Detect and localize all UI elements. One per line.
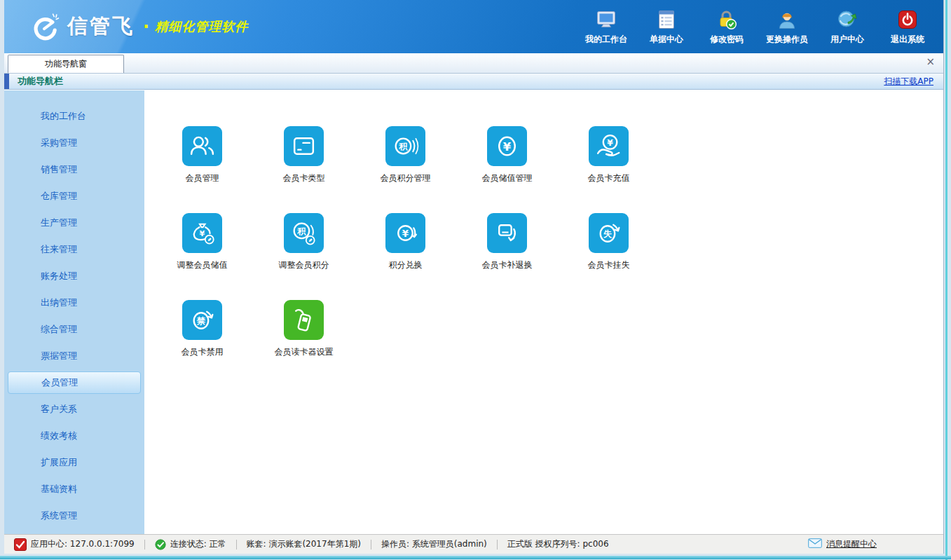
message-center-link[interactable]: 消息提醒中心 [808, 538, 943, 550]
member-stored-value-icon: ¥ [487, 126, 527, 166]
member-card-type-icon [284, 126, 324, 166]
toolbar-button[interactable]: 我的工作台 [580, 9, 632, 46]
sidebar-item[interactable]: 绩效考核 [4, 423, 144, 449]
sidebar-item[interactable]: 系统管理 [4, 503, 144, 529]
function-tile[interactable]: 禁会员卡禁用 [182, 300, 222, 358]
workbench-monitor-icon [596, 9, 617, 30]
toolbar-button[interactable]: 用户中心 [821, 9, 873, 46]
card-disable-icon: 禁 [182, 300, 222, 340]
navigation-title-bar: 功能导航栏 扫描下载APP [4, 74, 943, 90]
function-tile[interactable]: ¥积分兑换 [385, 213, 425, 271]
function-tile[interactable]: 会员管理 [182, 126, 222, 184]
status-license: 正式版 授权序列号: pc006 [498, 538, 619, 550]
sidebar-item[interactable]: 账务处理 [4, 263, 144, 289]
documents-icon [656, 9, 677, 30]
brand-separator: · [143, 17, 149, 36]
status-operator: 操作员: 系统管理员(admin) [371, 538, 497, 550]
tab-function-navigation[interactable]: 功能导航窗 [8, 55, 124, 73]
status-account: 账套: 演示账套(2017年第1期) [237, 538, 371, 550]
application-window: 信管飞 · 精细化管理软件 我的工作台单据中心修改密码更换操作员用户中心退出系统… [0, 0, 951, 560]
status-app-center: 应用中心: 127.0.0.1:7099 [4, 538, 144, 551]
svg-text:禁: 禁 [196, 316, 206, 326]
change-operator-icon [776, 9, 798, 30]
tab-strip: 功能导航窗 × [4, 53, 943, 74]
function-tile-label: 会员卡类型 [283, 172, 325, 184]
function-tile[interactable]: 会员读卡器设置 [284, 300, 324, 358]
card-reader-settings-icon [284, 300, 324, 340]
toolbar-button[interactable]: 修改密码 [701, 9, 753, 46]
sidebar-item[interactable]: 客户关系 [4, 396, 144, 423]
title-accent-bar [4, 74, 9, 89]
function-tile-label: 会员卡禁用 [182, 346, 224, 358]
sidebar-item[interactable]: 基础资料 [4, 476, 144, 503]
exit-power-icon [897, 9, 918, 30]
function-tile[interactable]: ¥会员储值管理 [487, 126, 527, 184]
toolbar-button[interactable]: 更换操作员 [761, 9, 813, 46]
status-connection: 连接状态: 正常 [145, 538, 236, 550]
content-area: 会员管理会员卡类型积会员积分管理¥会员储值管理¥会员卡充值¥调整会员储值积调整会… [144, 90, 943, 534]
status-connection-text: 连接状态: 正常 [170, 538, 226, 550]
toolbar-button-label: 用户中心 [830, 34, 864, 46]
function-tile[interactable]: 积会员积分管理 [385, 126, 425, 184]
function-tile[interactable]: ¥调整会员储值 [182, 213, 222, 271]
toolbar-button[interactable]: 退出系统 [882, 9, 933, 46]
function-tile[interactable]: 会员卡补退换 [487, 213, 527, 271]
status-license-text: 正式版 授权序列号: pc006 [507, 538, 609, 550]
function-tile[interactable]: 会员卡类型 [284, 126, 324, 184]
svg-text:¥: ¥ [503, 140, 512, 153]
function-tile-label: 会员管理 [186, 172, 219, 184]
sidebar-item[interactable]: 生产管理 [4, 210, 144, 236]
adjust-stored-value-icon: ¥ [182, 213, 222, 253]
status-bar: 应用中心: 127.0.0.1:7099 连接状态: 正常 账套: 演示账套(2… [4, 534, 943, 554]
sidebar-item[interactable]: 票据管理 [4, 343, 144, 369]
connection-ok-icon [155, 539, 166, 550]
status-operator-text: 操作员: 系统管理员(admin) [381, 538, 487, 550]
svg-text:积: 积 [296, 226, 306, 236]
function-grid: 会员管理会员卡类型积会员积分管理¥会员储值管理¥会员卡充值¥调整会员储值积调整会… [182, 126, 943, 358]
toolbar-button[interactable]: 单据中心 [641, 9, 692, 46]
sidebar-item[interactable]: 销售管理 [4, 156, 144, 183]
password-lock-icon [716, 9, 737, 30]
app-header: 信管飞 · 精细化管理软件 我的工作台单据中心修改密码更换操作员用户中心退出系统 [4, 0, 943, 53]
close-icon[interactable]: × [926, 57, 935, 67]
card-replace-icon [487, 213, 527, 253]
window-edge-bottom [0, 556, 951, 559]
sidebar-item[interactable]: 我的工作台 [4, 103, 144, 130]
sidebar-item[interactable]: 出纳管理 [4, 289, 144, 316]
message-center-label: 消息提醒中心 [826, 538, 877, 550]
svg-text:失: 失 [603, 229, 613, 239]
section-title: 功能导航栏 [18, 75, 63, 88]
download-app-link[interactable]: 扫描下载APP [884, 76, 933, 88]
header-toolbar: 我的工作台单据中心修改密码更换操作员用户中心退出系统 [580, 9, 933, 46]
adjust-points-icon: 积 [284, 213, 324, 253]
toolbar-button-label: 我的工作台 [585, 34, 627, 46]
toolbar-button-label: 单据中心 [650, 34, 683, 46]
sidebar-item[interactable]: 扩展应用 [4, 449, 144, 476]
function-tile-label: 会员卡补退换 [482, 259, 533, 271]
function-tile-label: 调整会员积分 [279, 259, 329, 271]
main-window: 信管飞 · 精细化管理软件 我的工作台单据中心修改密码更换操作员用户中心退出系统… [4, 0, 944, 554]
sidebar-item[interactable]: 往来管理 [4, 236, 144, 263]
svg-text:¥: ¥ [200, 229, 205, 238]
function-tile[interactable]: 失会员卡挂失 [589, 213, 629, 271]
card-loss-icon: 失 [589, 213, 629, 253]
toolbar-button-label: 修改密码 [710, 34, 744, 46]
function-tile[interactable]: ¥会员卡充值 [589, 126, 629, 184]
function-tile[interactable]: 积调整会员积分 [284, 213, 324, 271]
function-tile-label: 调整会员储值 [177, 259, 228, 271]
member-card-recharge-icon: ¥ [589, 126, 629, 166]
mail-icon [808, 538, 822, 550]
member-points-icon: 积 [385, 126, 425, 166]
window-edge-right [945, 0, 947, 560]
toolbar-button-label: 退出系统 [891, 34, 924, 46]
function-tile-label: 会员积分管理 [381, 172, 431, 184]
user-center-globe-icon [837, 9, 858, 30]
app-center-logo-icon [14, 538, 27, 551]
brand-area: 信管飞 · 精细化管理软件 [28, 11, 248, 42]
sidebar-item[interactable]: 会员管理 [8, 371, 141, 394]
sidebar-item[interactable]: 仓库管理 [4, 183, 144, 210]
status-account-text: 账套: 演示账套(2017年第1期) [247, 538, 361, 550]
sidebar-item[interactable]: 综合管理 [4, 316, 144, 343]
sidebar-item[interactable]: 采购管理 [4, 130, 144, 156]
function-tile-label: 积分兑换 [389, 259, 423, 271]
